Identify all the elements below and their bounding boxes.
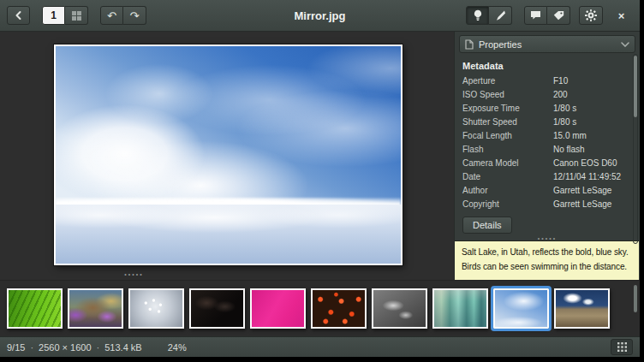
thumbnail-strip [0,280,640,336]
rotate-left-icon: ↶ [107,10,116,21]
status-dimensions: 2560 × 1600 [39,342,91,353]
properties-dropdown-label: Properties [479,39,522,50]
metadata-value: F10 [553,76,632,86]
metadata-value: 1/80 s [553,104,632,113]
brush-icon [495,10,506,21]
single-view-label: 1 [51,9,57,21]
thumbnail-grid-toggle-button[interactable] [611,339,633,355]
metadata-label: Author [462,186,553,195]
metadata-row-copyright: Copyright Garrett LeSage [455,197,640,211]
grid-view-icon [72,11,81,21]
settings-group [579,6,603,25]
metadata-label: Camera Model [462,158,553,168]
status-bar: 9/15 · 2560 × 1600 · 513.4 kB 24% [0,336,640,357]
main-photo-image [56,46,401,264]
metadata-label: Flash [462,145,553,154]
thumbnail-dandelion[interactable] [128,288,184,329]
metadata-row-flash: Flash No flash [455,142,640,156]
settings-button[interactable] [579,6,603,25]
metadata-row-aperture: Aperture F10 [455,74,640,87]
chevron-down-icon [621,42,629,47]
thumbnail-desert-road[interactable] [554,288,610,329]
status-zoom-level: 24% [168,342,187,353]
rotate-left-button[interactable]: ↶ [100,6,123,25]
properties-dropdown[interactable]: Properties [459,35,635,53]
grid-view-button[interactable] [65,6,88,25]
thumbnail-plant-flowers[interactable] [68,288,123,329]
metadata-label: Shutter Speed [462,117,553,127]
rotate-group: ↶ ↷ [100,6,146,25]
photo-water-reflection [56,205,401,264]
metadata-value: 15.0 mm [553,131,632,140]
status-separator: · [97,342,100,353]
image-canvas: ••••• [0,32,454,280]
thumbnail-stones[interactable] [372,288,427,329]
properties-scrollbar-thumb[interactable] [634,56,637,117]
application-window: Mirror.jpg 1 ↶ ↷ [0,0,644,362]
thumbnail-pink-fabric[interactable] [250,288,306,329]
metadata-row-camera-model: Camera Model Canon EOS D60 [455,156,640,169]
details-button[interactable]: Details [462,217,512,234]
thumbnail-orange-berries[interactable] [311,288,367,329]
metadata-label: Focal Length [462,131,553,140]
metadata-row-shutter: Shutter Speed 1/80 s [455,115,640,128]
image-viewer-app: Mirror.jpg 1 ↶ ↷ [0,0,640,357]
comment-button[interactable] [524,6,547,25]
photo-sky [56,46,401,205]
lightbulb-icon [473,9,483,21]
metadata-value: 200 [553,90,632,99]
metadata-value: 12/11/04 11:49:52 [553,172,632,181]
metadata-row-date: Date 12/11/04 11:49:52 [455,169,640,183]
panel-toggle-group [466,6,512,25]
document-icon [465,39,474,50]
metadata-label: Copyright [462,199,553,209]
status-position: 9/15 [7,342,25,353]
image-description-note[interactable]: Salt Lake, in Utah, reflects the bold, b… [455,240,639,280]
close-button[interactable]: × [610,6,633,25]
metadata-row-author: Author Garrett LeSage [455,183,640,197]
metadata-label: Aperture [462,76,553,86]
thumbnail-dark-leaves[interactable] [189,288,245,329]
single-view-button[interactable]: 1 [42,6,65,25]
metadata-label: ISO Speed [462,90,553,99]
back-button[interactable] [7,6,30,25]
metadata-value: Garrett LeSage [553,186,632,195]
status-separator: · [30,342,33,353]
metadata-row-focal-length: Focal Length 15.0 mm [455,128,640,142]
annotate-group [524,6,570,25]
rotate-right-button[interactable]: ↷ [123,6,146,25]
close-icon: × [618,9,625,22]
metadata-value: Canon EOS D60 [553,158,632,168]
rotate-right-icon: ↷ [130,10,140,21]
gear-icon [585,9,597,21]
back-chevron-icon [14,10,24,21]
grid-dots-icon [617,342,627,352]
metadata-section-title: Metadata [455,55,640,74]
metadata-value: 1/80 s [553,117,632,127]
metadata-row-iso: ISO Speed 200 [455,87,640,101]
tag-icon [553,10,564,21]
thumbnail-green-leaf[interactable] [7,288,63,329]
back-group [7,6,30,25]
metadata-value: Garrett LeSage [553,199,632,209]
content-area: ••••• Properties Metadata Aperture F10 I… [0,32,640,280]
speech-bubble-icon [530,10,541,21]
properties-panel: Properties Metadata Aperture F10 ISO Spe… [454,32,640,280]
metadata-row-exposure: Exposure Time 1/80 s [455,101,640,115]
thumbnail-strip-scrollbar[interactable] [634,285,637,312]
tag-button[interactable] [547,6,570,25]
thumbnail-mirror-selected[interactable] [493,288,549,329]
view-mode-group: 1 [42,6,88,25]
metadata-label: Exposure Time [462,104,553,113]
thumbnail-pane-splitter[interactable]: ••••• [0,271,268,277]
status-file-size: 513.4 kB [104,342,141,353]
toolbar: Mirror.jpg 1 ↶ ↷ [0,0,640,32]
thumbnail-aurora[interactable] [432,288,488,329]
edit-toggle-button[interactable] [489,6,512,25]
properties-toggle-button[interactable] [466,6,489,25]
metadata-value: No flash [553,145,632,154]
main-photo[interactable] [54,45,402,265]
metadata-label: Date [462,172,553,181]
toolbar-right: × [466,6,633,25]
